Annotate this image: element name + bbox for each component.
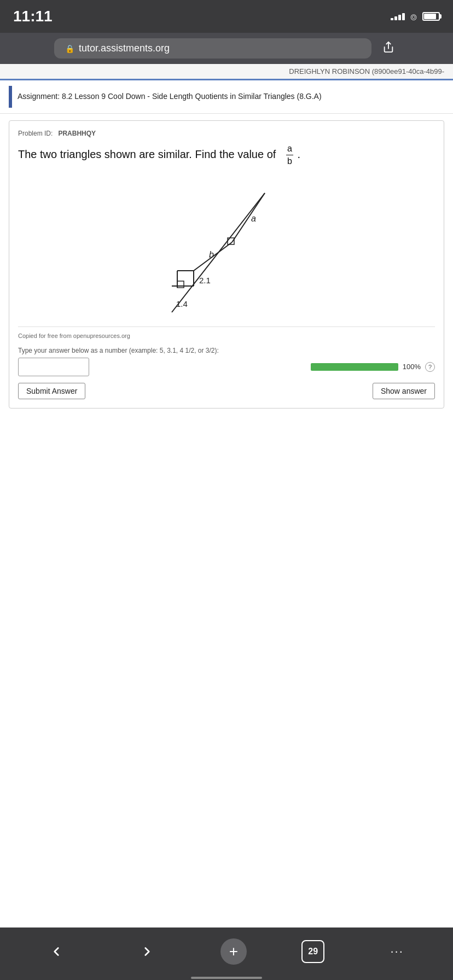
progress-label: 100% xyxy=(403,363,421,371)
back-button[interactable] xyxy=(38,939,74,964)
fraction-denominator: b xyxy=(286,155,293,167)
blue-accent-bar xyxy=(9,86,12,108)
answer-row: 100% ? xyxy=(18,358,435,376)
home-indicator xyxy=(0,976,453,980)
button-row: Submit Answer Show answer xyxy=(18,383,435,399)
status-time: 11:11 xyxy=(13,8,53,25)
svg-rect-5 xyxy=(177,281,184,288)
share-button[interactable] xyxy=(378,39,399,59)
problem-id-value: PRABHHQY xyxy=(58,130,96,137)
user-info: DREIGHLYN ROBINSON (8900ee91-40ca-4b99- xyxy=(289,67,444,75)
lock-icon: 🔒 xyxy=(65,44,74,53)
status-bar: 11:11 ⌾ xyxy=(0,0,453,33)
problem-id-row: Problem ID: PRABHHQY xyxy=(18,130,435,137)
forward-button[interactable] xyxy=(129,939,165,964)
answer-section: Type your answer below as a number (exam… xyxy=(18,347,435,399)
signal-icon xyxy=(391,13,405,20)
label-21: 2.1 xyxy=(199,276,211,285)
triangle-diagram: a b 2.1 1.4 xyxy=(144,177,309,319)
browser-bar: 🔒 tutor.assistments.org xyxy=(0,33,453,64)
svg-line-2 xyxy=(232,193,265,242)
question-suffix: . xyxy=(297,148,300,160)
fraction-ab: a b xyxy=(286,143,293,168)
assignment-title: Assignment: 8.2 Lesson 9 Cool Down - Sid… xyxy=(18,91,322,102)
fraction-numerator: a xyxy=(286,143,293,155)
label-a: a xyxy=(251,214,256,223)
more-options-button[interactable]: ··· xyxy=(379,939,414,964)
tab-count-button[interactable]: 29 xyxy=(301,940,324,963)
more-icon: ··· xyxy=(390,944,403,959)
url-bar[interactable]: 🔒 tutor.assistments.org xyxy=(54,38,371,59)
url-text: tutor.assistments.org xyxy=(79,43,170,54)
status-icons: ⌾ xyxy=(391,10,440,23)
wifi-icon: ⌾ xyxy=(410,10,417,23)
answer-input[interactable] xyxy=(18,358,89,376)
problem-question: The two triangles shown are similar. Fin… xyxy=(18,143,435,168)
progress-container: 100% ? xyxy=(96,362,435,372)
user-bar: DREIGHLYN ROBINSON (8900ee91-40ca-4b99- xyxy=(0,64,453,80)
question-text: The two triangles shown are similar. Fin… xyxy=(18,148,276,160)
diagram-container: a b 2.1 1.4 xyxy=(18,177,435,319)
attribution: Copied for free from openupresources.org xyxy=(18,326,435,339)
add-icon: + xyxy=(229,943,238,960)
problem-card: Problem ID: PRABHHQY The two triangles s… xyxy=(9,120,444,409)
home-bar xyxy=(191,977,262,979)
new-tab-button[interactable]: + xyxy=(220,938,247,965)
show-answer-button[interactable]: Show answer xyxy=(373,383,435,399)
progress-help-icon[interactable]: ? xyxy=(425,362,435,372)
progress-bar xyxy=(311,363,398,371)
problem-id-label: Problem ID: xyxy=(18,130,53,137)
submit-answer-button[interactable]: Submit Answer xyxy=(18,383,85,399)
label-14: 1.4 xyxy=(176,299,188,308)
bottom-nav: + 29 ··· xyxy=(0,928,453,976)
answer-instruction: Type your answer below as a number (exam… xyxy=(18,347,435,354)
battery-icon xyxy=(422,12,440,21)
label-b: b xyxy=(209,250,214,259)
assignment-header: Assignment: 8.2 Lesson 9 Cool Down - Sid… xyxy=(0,80,453,114)
main-content xyxy=(0,415,453,928)
